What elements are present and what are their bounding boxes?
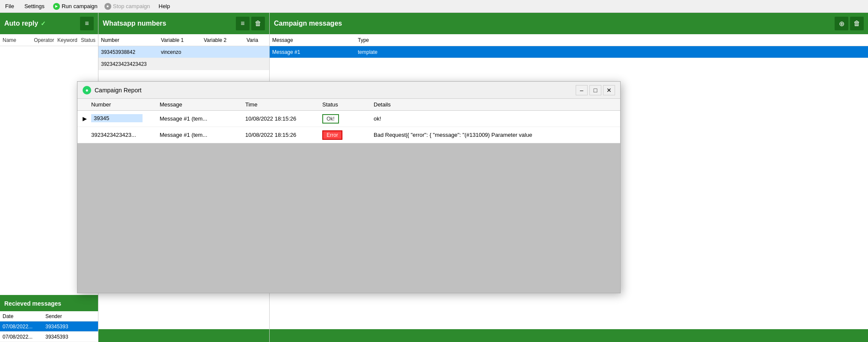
menu-file[interactable]: File bbox=[3, 2, 16, 10]
report-row-2-details: Bad Request|{ "error": { "message": "(#1… bbox=[374, 132, 615, 138]
menu-settings[interactable]: Settings bbox=[23, 2, 46, 10]
campaign-report-modal: ● Campaign Report – □ ✕ Number Message T… bbox=[77, 81, 621, 293]
modal-col-status-header: Status bbox=[322, 101, 374, 108]
modal-col-time-header: Time bbox=[245, 101, 322, 108]
status-error-badge: Error bbox=[322, 130, 342, 140]
modal-title: Campaign Report bbox=[95, 87, 576, 94]
modal-table-header: Number Message Time Status Details bbox=[77, 99, 620, 111]
stop-icon bbox=[104, 3, 111, 10]
menu-bar: File Settings Run campaign Stop campaign… bbox=[0, 0, 868, 13]
modal-overlay: ● Campaign Report – □ ✕ Number Message T… bbox=[0, 13, 868, 342]
modal-col-arrow-header bbox=[83, 101, 91, 108]
modal-col-message-header: Message bbox=[160, 101, 245, 108]
modal-col-number-header: Number bbox=[91, 101, 160, 108]
modal-titlebar: ● Campaign Report – □ ✕ bbox=[77, 82, 620, 99]
modal-window-controls: – □ ✕ bbox=[576, 85, 615, 95]
report-row-2-status: Error bbox=[322, 130, 374, 140]
menu-help[interactable]: Help bbox=[157, 2, 172, 10]
report-row-1-message: Message #1 (tem... bbox=[160, 115, 245, 122]
modal-body-empty bbox=[77, 143, 620, 293]
run-campaign-label: Run campaign bbox=[62, 3, 98, 9]
report-row-1-arrow: ▶ bbox=[83, 115, 91, 122]
modal-maximize-button[interactable]: □ bbox=[589, 85, 601, 95]
report-row-2-time: 10/08/2022 18:15:26 bbox=[245, 132, 322, 138]
report-row-1-time: 10/08/2022 18:15:26 bbox=[245, 115, 322, 122]
report-row-1-number: 39345 bbox=[91, 114, 160, 124]
modal-close-button[interactable]: ✕ bbox=[603, 85, 615, 95]
report-row-1-status: Ok! bbox=[322, 114, 374, 124]
stop-campaign-label: Stop campaign bbox=[113, 3, 150, 9]
main-layout: Auto reply ✓ ≡ Name Operator Keyword Sta… bbox=[0, 13, 868, 342]
report-row-2[interactable]: 3923423423423... Message #1 (tem... 10/0… bbox=[77, 127, 620, 143]
run-campaign-button[interactable]: Run campaign bbox=[53, 3, 98, 10]
modal-whatsapp-icon: ● bbox=[83, 86, 91, 94]
report-row-1[interactable]: ▶ 39345 Message #1 (tem... 10/08/2022 18… bbox=[77, 111, 620, 127]
report-row-1-number-badge: 39345 bbox=[91, 114, 143, 122]
modal-minimize-button[interactable]: – bbox=[576, 85, 588, 95]
run-icon bbox=[53, 3, 60, 10]
report-row-2-number: 3923423423423... bbox=[91, 132, 160, 138]
stop-campaign-button[interactable]: Stop campaign bbox=[104, 3, 150, 10]
report-row-1-details: ok! bbox=[374, 115, 615, 122]
report-row-2-message: Message #1 (tem... bbox=[160, 132, 245, 138]
status-ok-badge: Ok! bbox=[322, 114, 339, 124]
modal-col-details-header: Details bbox=[374, 101, 615, 108]
